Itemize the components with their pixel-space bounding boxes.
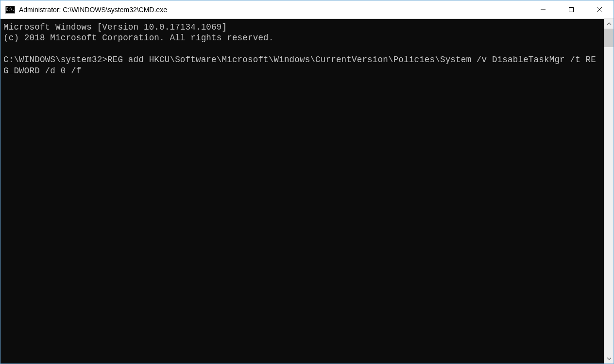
window-controls [529, 0, 614, 19]
vertical-scrollbar[interactable] [604, 19, 614, 364]
scroll-track[interactable] [604, 29, 614, 354]
minimize-button[interactable] [529, 0, 557, 19]
console-output[interactable]: Microsoft Windows [Version 10.0.17134.10… [0, 19, 604, 364]
maximize-button[interactable] [557, 0, 585, 19]
chevron-up-icon [607, 21, 612, 26]
console-area: Microsoft Windows [Version 10.0.17134.10… [0, 19, 614, 364]
svg-rect-1 [569, 7, 574, 12]
scroll-thumb[interactable] [604, 29, 614, 47]
window-title: Administrator: C:\WINDOWS\system32\CMD.e… [19, 6, 529, 14]
close-button[interactable] [585, 0, 614, 19]
cmd-window: C:\. Administrator: C:\WINDOWS\system32\… [0, 0, 614, 364]
cmd-icon: C:\. [5, 6, 15, 14]
scroll-up-button[interactable] [604, 19, 614, 29]
chevron-down-icon [607, 356, 612, 361]
titlebar[interactable]: C:\. Administrator: C:\WINDOWS\system32\… [0, 0, 614, 19]
minimize-icon [540, 7, 546, 13]
scroll-down-button[interactable] [604, 354, 614, 364]
close-icon [597, 7, 602, 13]
maximize-icon [568, 7, 574, 13]
